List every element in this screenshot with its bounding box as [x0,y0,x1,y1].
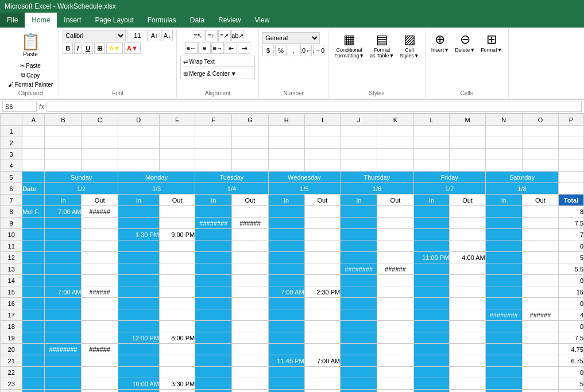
cell-B7[interactable]: In [45,195,82,206]
cell-P7[interactable]: Total [559,195,584,206]
cell-G8[interactable] [232,206,268,218]
format-button[interactable]: ⊞ Format▼ [478,31,504,54]
cell-M7[interactable]: Out [450,195,485,206]
cell-A8[interactable]: Mel F. [22,206,45,218]
delete-button[interactable]: ⊖ Delete▼ [452,31,477,54]
cell-J6[interactable]: 1/6 [341,183,413,195]
cell-J5[interactable]: Thursday [341,172,413,183]
cell-O1[interactable] [522,126,558,137]
cell-O7[interactable]: Out [522,195,558,206]
col-header-M[interactable]: M [450,114,485,126]
cell-I1[interactable] [304,126,341,137]
cell-H6[interactable]: 1/5 [268,183,341,195]
cell-K7[interactable]: Out [377,195,413,206]
format-painter-button[interactable]: 🖌 Format Painter [6,80,55,89]
increase-font-button[interactable]: A↑ [149,30,160,41]
format-as-table-button[interactable]: ▤ Formatas Table▼ [368,31,396,60]
font-color-button[interactable]: A▼ [124,42,141,54]
cell-D5[interactable]: Monday [118,172,195,183]
align-top-right-button[interactable]: ≡↗ [218,30,231,41]
cell-I7[interactable]: Out [304,195,341,206]
cell-L7[interactable]: In [413,195,450,206]
comma-button[interactable]: , [288,45,299,56]
cell-H8[interactable] [268,206,304,218]
italic-button[interactable]: I [74,42,82,54]
cell-H1[interactable] [268,126,304,137]
cell-F7[interactable]: In [195,195,232,206]
cell-C8[interactable]: ###### [82,206,118,218]
cell-F1[interactable] [195,126,232,137]
cell-G7[interactable]: Out [232,195,268,206]
cell-A2[interactable] [22,137,45,149]
col-header-O[interactable]: O [522,114,558,126]
cell-A6[interactable]: Date [22,183,45,195]
cell-N5[interactable]: Saturday [485,172,558,183]
wrap-text-button[interactable]: ⇌ Wrap Text [180,56,255,67]
tab-page-layout[interactable]: Page Layout [88,13,140,28]
cell-P8[interactable]: 8 [559,206,584,218]
font-name-select[interactable]: Calibri [63,30,126,41]
cell-P1[interactable] [559,126,584,137]
merge-center-button[interactable]: ⊞ Merge & Center ▼ [180,68,255,79]
col-header-D[interactable]: D [118,114,159,126]
indent-increase-button[interactable]: ⇥ [238,42,250,54]
cell-E7[interactable]: Out [159,195,195,206]
tab-file[interactable]: File [0,13,25,28]
col-header-N[interactable]: N [485,114,522,126]
col-header-F[interactable]: F [195,114,232,126]
cell-J1[interactable] [341,126,377,137]
cell-N8[interactable] [485,206,522,218]
cell-F8[interactable] [195,206,232,218]
col-header-A[interactable]: A [22,114,45,126]
col-header-G[interactable]: G [232,114,268,126]
number-format-select[interactable]: General Number Currency Date [262,32,320,44]
paste-button[interactable]: 📋 Paste [17,30,44,60]
cell-reference-input[interactable] [2,102,37,112]
col-header-B[interactable]: B [45,114,82,126]
col-header-C[interactable]: C [82,114,118,126]
cut-button[interactable]: ✂ Paste [18,61,43,70]
align-right-button[interactable]: ≡→ [211,42,224,54]
cell-F5[interactable]: Tuesday [195,172,268,183]
insert-button[interactable]: ⊕ Insert▼ [429,31,451,54]
conditional-formatting-button[interactable]: ▦ ConditionalFormatting▼ [332,31,366,60]
cell-A5[interactable] [22,172,45,183]
border-button[interactable]: ⊞ [94,42,105,54]
spreadsheet-container[interactable]: A B C D E F G H I J K L M N O P [0,114,584,392]
tab-data[interactable]: Data [183,13,211,28]
cell-G1[interactable] [232,126,268,137]
cell-D7[interactable]: In [118,195,159,206]
cell-N1[interactable] [485,126,522,137]
cell-I8[interactable] [304,206,341,218]
merge-center-dropdown[interactable]: ▼ [231,71,237,77]
col-header-J[interactable]: J [341,114,377,126]
align-top-left-button[interactable]: ≡↖ [192,30,204,41]
cell-O8[interactable] [522,206,558,218]
align-top-center-button[interactable]: ≡↑ [205,30,218,41]
col-header-H[interactable]: H [268,114,304,126]
cell-B6[interactable]: 1/2 [45,183,118,195]
bold-button[interactable]: B [63,42,73,54]
cell-P5[interactable] [559,172,584,183]
font-size-input[interactable] [127,30,148,41]
cell-F6[interactable]: 1/4 [195,183,268,195]
cell-N7[interactable]: In [485,195,522,206]
cell-N6[interactable]: 1/8 [485,183,558,195]
formula-input[interactable] [47,102,582,112]
cell-E8[interactable] [159,206,195,218]
align-center-button[interactable]: ≡ [198,42,211,54]
cell-M1[interactable] [450,126,485,137]
col-header-K[interactable]: K [377,114,413,126]
cell-C1[interactable] [82,126,118,137]
cell-L5[interactable]: Friday [413,172,485,183]
percent-button[interactable]: % [275,45,287,56]
cell-A1[interactable] [22,126,45,137]
cell-L6[interactable]: 1/7 [413,183,485,195]
cell-C7[interactable]: Out [82,195,118,206]
indent-decrease-button[interactable]: ⇤ [225,42,237,54]
col-header-I[interactable]: I [304,114,341,126]
cell-H5[interactable]: Wednesday [268,172,341,183]
cell-D6[interactable]: 1/3 [118,183,195,195]
tab-insert[interactable]: Insert [57,13,88,28]
copy-button[interactable]: ⧉ Copy [19,71,42,80]
